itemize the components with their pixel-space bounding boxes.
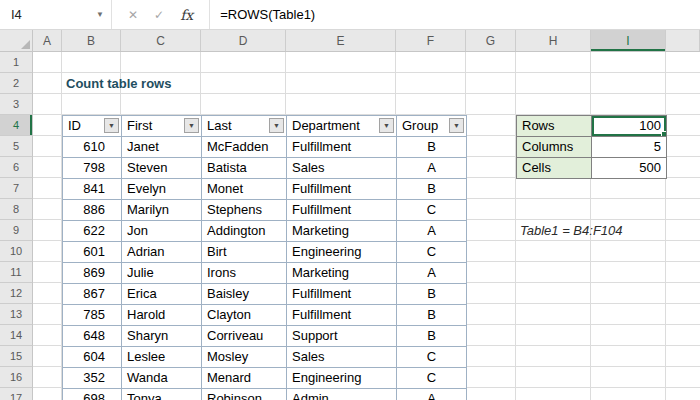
cell-id[interactable]: 352 [63,368,122,389]
cell-group[interactable]: A [397,263,467,284]
insert-function-icon[interactable]: fx [180,7,193,23]
cell-last[interactable]: Clayton [202,305,287,326]
row-header-3[interactable]: 3 [0,94,33,115]
cell-last[interactable]: Stephens [202,200,287,221]
cell-department[interactable]: Fulfillment [287,284,397,305]
cell-last[interactable]: Corriveau [202,326,287,347]
cell-last[interactable]: Birt [202,242,287,263]
cell-group[interactable]: C [397,200,467,221]
column-header-e[interactable]: E [286,30,396,51]
formula-input[interactable]: =ROWS(Table1) [210,0,700,29]
cell-first[interactable]: Julie [122,263,202,284]
cell-rows-label[interactable]: Rows [517,116,592,137]
cell-id[interactable]: 648 [63,326,122,347]
cell-first[interactable]: Wanda [122,368,202,389]
cell-cells-label[interactable]: Cells [517,158,592,179]
cell-last[interactable]: Addington [202,221,287,242]
cell-first[interactable]: Erica [122,284,202,305]
enter-icon[interactable]: ✓ [154,8,164,22]
cell-department[interactable]: Fulfillment [287,305,397,326]
row-header-16[interactable]: 16 [0,367,33,388]
row-header-4-selected[interactable]: 4 [0,115,33,136]
cell-department[interactable]: Marketing [287,263,397,284]
cell-first[interactable]: Tonya [122,389,202,400]
name-box[interactable]: I4 ▼ [0,0,112,29]
cell-last[interactable]: Menard [202,368,287,389]
cell-group[interactable]: B [397,326,467,347]
filter-dropdown-icon[interactable]: ▼ [379,118,394,133]
cell-id[interactable]: 698 [63,389,122,400]
row-header-11[interactable]: 11 [0,262,33,283]
cell-id[interactable]: 867 [63,284,122,305]
table-header-department[interactable]: Department▼ [287,116,397,137]
cell-department[interactable]: Engineering [287,368,397,389]
cell-department[interactable]: Fulfillment [287,179,397,200]
cell-id[interactable]: 785 [63,305,122,326]
row-header-17[interactable]: 17 [0,388,33,400]
column-header-i-selected[interactable]: I [591,30,666,51]
row-header-14[interactable]: 14 [0,325,33,346]
cell-first[interactable]: Marilyn [122,200,202,221]
cell-department[interactable]: Sales [287,158,397,179]
selected-cell-i4[interactable]: 100 [592,116,667,137]
cell-last[interactable]: Baisley [202,284,287,305]
cell-group[interactable]: C [397,368,467,389]
row-header-9[interactable]: 9 [0,220,33,241]
row-header-10[interactable]: 10 [0,241,33,262]
cell-columns-value[interactable]: 5 [592,137,667,158]
filter-dropdown-icon[interactable]: ▼ [269,118,284,133]
cell-department[interactable]: Fulfillment [287,137,397,158]
cell-id[interactable]: 869 [63,263,122,284]
cell-group[interactable]: A [397,158,467,179]
cell-id[interactable]: 798 [63,158,122,179]
cell-first[interactable]: Sharyn [122,326,202,347]
cell-cells-value[interactable]: 500 [592,158,667,179]
row-header-2[interactable]: 2 [0,73,33,94]
cell-department[interactable]: Sales [287,347,397,368]
cell-columns-label[interactable]: Columns [517,137,592,158]
column-header-c[interactable]: C [121,30,201,51]
cell-id[interactable]: 610 [63,137,122,158]
cell-first[interactable]: Leslee [122,347,202,368]
cell-group[interactable]: A [397,221,467,242]
cell-last[interactable]: Mosley [202,347,287,368]
column-header-h[interactable]: H [516,30,591,51]
cell-id[interactable]: 622 [63,221,122,242]
row-header-8[interactable]: 8 [0,199,33,220]
filter-dropdown-icon[interactable]: ▼ [104,118,119,133]
cell-department[interactable]: Engineering [287,242,397,263]
cell-group[interactable]: C [397,242,467,263]
row-header-6[interactable]: 6 [0,157,33,178]
cell-group[interactable]: B [397,305,467,326]
column-header-a[interactable]: A [33,30,62,51]
cell-group[interactable]: A [397,389,467,400]
cell-department[interactable]: Fulfillment [287,200,397,221]
cell-last[interactable]: Robinson [202,389,287,400]
column-header-g[interactable]: G [466,30,516,51]
table-header-first[interactable]: First▼ [122,116,202,137]
cell-department[interactable]: Admin [287,389,397,400]
cell-last[interactable]: Batista [202,158,287,179]
filter-dropdown-icon[interactable]: ▼ [449,118,464,133]
cell-first[interactable]: Steven [122,158,202,179]
filter-dropdown-icon[interactable]: ▼ [184,118,199,133]
column-header-b[interactable]: B [62,30,121,51]
row-header-13[interactable]: 13 [0,304,33,325]
cell-last[interactable]: McFadden [202,137,287,158]
cell-first[interactable]: Evelyn [122,179,202,200]
cell-department[interactable]: Support [287,326,397,347]
row-header-7[interactable]: 7 [0,178,33,199]
row-header-1[interactable]: 1 [0,52,33,73]
note-cell[interactable]: Table1 = B4:F104 [520,220,623,241]
cell-first[interactable]: Janet [122,137,202,158]
table-header-group[interactable]: Group▼ [397,116,467,137]
cell-first[interactable]: Harold [122,305,202,326]
cancel-icon[interactable]: ✕ [128,8,138,22]
cell-id[interactable]: 601 [63,242,122,263]
cell-id[interactable]: 841 [63,179,122,200]
column-header-f[interactable]: F [396,30,466,51]
cell-last[interactable]: Irons [202,263,287,284]
table-header-id[interactable]: ID▼ [63,116,122,137]
cell-id[interactable]: 604 [63,347,122,368]
select-all-corner[interactable] [0,30,33,51]
